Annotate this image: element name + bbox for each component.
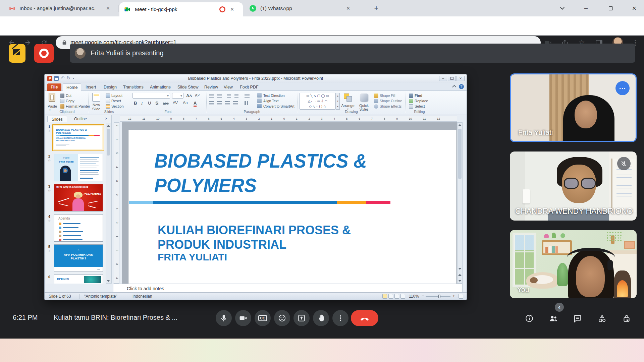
font-color-button[interactable]: A: [194, 101, 197, 107]
slide-scrollbar[interactable]: [457, 122, 463, 284]
shape-outline-icon[interactable]: [374, 99, 378, 103]
tab-close-icon[interactable]: ×: [228, 5, 236, 13]
shape-effects-button[interactable]: Shape Effects: [380, 104, 401, 108]
ppt-title-bar[interactable]: P ↶ ↻ ▾ Biobased Plastics and Polymers -…: [45, 74, 467, 83]
fit-to-window-button[interactable]: [459, 294, 463, 299]
help-icon[interactable]: ?: [459, 84, 464, 89]
align-text-icon[interactable]: [257, 99, 262, 103]
previous-slide-icon[interactable]: [458, 268, 462, 270]
slide-thumbnail[interactable]: 1. APA POLIMER DAN PLASTIK?: [54, 244, 103, 272]
shape-outline-button[interactable]: Shape Outline: [380, 99, 402, 103]
shadow-button[interactable]: S: [155, 101, 158, 106]
slide-thumbnail[interactable]: Halo! Frita Yuliati: [54, 154, 103, 181]
window-close-button[interactable]: ×: [629, 0, 639, 16]
reading-view-button[interactable]: [394, 294, 399, 299]
align-center-icon[interactable]: [217, 101, 222, 105]
window-maximize-button[interactable]: [606, 0, 616, 16]
new-tab-button[interactable]: +: [371, 0, 382, 16]
meeting-details-button[interactable]: [525, 314, 534, 323]
font-name-select[interactable]: ▾: [132, 93, 170, 99]
new-slide-icon[interactable]: [92, 93, 100, 102]
notes-pane[interactable]: Click to add notes: [113, 284, 463, 293]
tab-whatsapp[interactable]: (1) WhatsApp ×: [245, 0, 366, 16]
tab-close-icon[interactable]: ×: [344, 4, 352, 12]
format-painter-button[interactable]: Format Painter: [66, 104, 90, 108]
raise-hand-button[interactable]: [313, 310, 329, 326]
quick-styles-icon[interactable]: [360, 94, 368, 102]
layout-icon[interactable]: [106, 94, 110, 98]
cut-button[interactable]: Cut: [66, 94, 71, 98]
tab-search-chevron-icon[interactable]: [557, 0, 567, 16]
select-button[interactable]: Select: [415, 104, 425, 108]
people-button[interactable]: [549, 314, 558, 323]
participant-tile-you[interactable]: You: [510, 230, 637, 298]
strikethrough-button[interactable]: abc: [163, 101, 169, 105]
scroll-thumb[interactable]: [107, 129, 110, 156]
slide-thumbnail[interactable]: DEFINISI: [54, 275, 103, 284]
increase-indent-icon[interactable]: [234, 94, 238, 98]
scroll-down-icon[interactable]: [107, 280, 110, 282]
zoom-slider-thumb[interactable]: [438, 295, 440, 298]
scroll-thumb[interactable]: [458, 129, 462, 179]
file-tab[interactable]: File: [47, 83, 61, 91]
tab-close-icon[interactable]: ×: [104, 4, 112, 12]
more-options-button[interactable]: [332, 310, 348, 326]
captions-button[interactable]: CC: [255, 310, 271, 326]
decrease-indent-icon[interactable]: [227, 94, 231, 98]
scroll-down-icon[interactable]: [458, 280, 462, 282]
replace-button[interactable]: Replace: [415, 99, 428, 103]
text-direction-icon[interactable]: [257, 93, 262, 98]
section-icon[interactable]: [106, 104, 110, 109]
end-call-button[interactable]: [351, 310, 378, 326]
replace-icon[interactable]: [409, 99, 413, 103]
window-minimize-button[interactable]: –: [581, 0, 591, 16]
ribbon-tab-transitions[interactable]: Transitions: [120, 83, 147, 91]
paste-button[interactable]: Paste: [46, 104, 58, 108]
recording-badge[interactable]: [34, 44, 54, 63]
format-painter-icon[interactable]: [60, 104, 64, 109]
zoom-out-icon[interactable]: −: [422, 293, 424, 298]
smartart-icon[interactable]: [257, 104, 262, 108]
line-spacing-icon[interactable]: [245, 94, 250, 98]
tab-gmail[interactable]: Inbox - angela.justina@unpar.ac. ×: [4, 0, 118, 16]
align-right-icon[interactable]: [225, 101, 230, 105]
chat-button[interactable]: [573, 314, 582, 323]
panel-tab-outline[interactable]: Outline: [70, 116, 91, 122]
shape-fill-button[interactable]: Shape Fill: [380, 94, 395, 98]
ppt-close-button[interactable]: ×: [457, 76, 465, 81]
reactions-button[interactable]: [274, 310, 290, 326]
zoom-slider-track[interactable]: [426, 296, 450, 297]
tab-meet[interactable]: Meet - tic-gcxj-ppk ×: [119, 2, 243, 16]
reset-button[interactable]: Reset: [111, 99, 121, 103]
host-controls-button[interactable]: [622, 314, 631, 323]
cut-icon[interactable]: [60, 94, 64, 98]
ribbon-tab-home[interactable]: Home: [63, 83, 81, 91]
shapes-gallery-scroll[interactable]: ▲▼▾: [336, 93, 340, 110]
ribbon-tab-review[interactable]: Review: [201, 83, 221, 91]
slide-thumbnail-selected[interactable]: BIOBASED PLASTICS & POLYMERS KULIAH BIOR…: [52, 124, 104, 151]
next-slide-icon[interactable]: [458, 274, 462, 276]
panel-tab-slides[interactable]: Slides: [47, 116, 67, 122]
italic-button[interactable]: I: [141, 101, 143, 106]
ppt-maximize-button[interactable]: [448, 76, 456, 81]
ribbon-tab-slideshow[interactable]: Slide Show: [174, 83, 202, 91]
bullets-icon[interactable]: [209, 94, 214, 98]
slide-sorter-view-button[interactable]: [388, 294, 393, 299]
participant-tile-frita[interactable]: ⋯ Frita Yuliati: [510, 73, 637, 142]
ribbon-tab-design[interactable]: Design: [100, 83, 120, 91]
arrange-button[interactable]: Arrange: [340, 104, 356, 108]
activities-button[interactable]: [597, 314, 607, 323]
slide-canvas[interactable]: BIOBASED PLASTICS & POLYMERS KULIAH BIOR…: [128, 130, 457, 284]
align-left-icon[interactable]: [209, 101, 214, 105]
bold-button[interactable]: B: [134, 101, 137, 106]
find-icon[interactable]: [409, 94, 413, 98]
shapes-row[interactable]: ◇ ∿ ≈ { } ☆: [300, 104, 335, 109]
grow-font-button[interactable]: A˄: [186, 93, 192, 98]
shapes-row[interactable]: ▭ ╲ ↘ ▢ ◯ ▭: [300, 93, 335, 99]
scroll-up-icon[interactable]: [458, 124, 462, 126]
slide-thumbnail[interactable]: We're living in a material world POLYMER…: [54, 184, 103, 212]
columns-icon[interactable]: [245, 101, 249, 105]
camera-button[interactable]: [235, 310, 251, 326]
justify-icon[interactable]: [233, 101, 238, 105]
participant-tile-chandra[interactable]: CHANDRA WENDY HANDRIONO: [510, 152, 637, 221]
